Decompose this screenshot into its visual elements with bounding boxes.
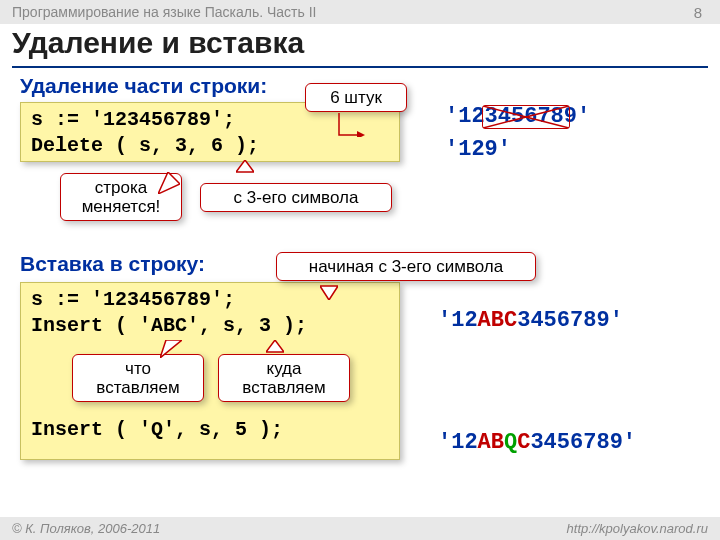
strike-box bbox=[482, 105, 570, 129]
code-line: Delete ( s, 3, 6 ); bbox=[31, 133, 389, 159]
svg-marker-4 bbox=[236, 160, 254, 172]
pointer-icon bbox=[266, 340, 284, 358]
svg-marker-6 bbox=[160, 340, 182, 358]
output-text: '12 bbox=[438, 308, 478, 333]
svg-marker-3 bbox=[158, 172, 180, 194]
callout-count: 6 штук bbox=[305, 83, 407, 112]
svg-marker-0 bbox=[357, 131, 365, 137]
pointer-icon bbox=[160, 340, 182, 358]
cross-icon bbox=[483, 106, 569, 128]
pointer-icon bbox=[236, 160, 254, 184]
code-line: Insert ( 'ABC', s, 3 ); bbox=[31, 313, 389, 339]
svg-marker-7 bbox=[266, 340, 284, 352]
callout-from-third: с 3-его символа bbox=[200, 183, 392, 212]
svg-marker-5 bbox=[320, 286, 338, 300]
section-heading-delete: Удаление части строки: bbox=[20, 74, 267, 98]
callout-start-from-third: начиная с 3-его символа bbox=[276, 252, 536, 281]
pointer-icon bbox=[320, 280, 338, 300]
output-insert1: '12ABC3456789' bbox=[438, 308, 623, 333]
slide-header: Программирование на языке Паскаль. Часть… bbox=[0, 0, 720, 24]
page-number: 8 bbox=[694, 4, 702, 21]
slide-footer: © К. Поляков, 2006-2011 http://kpolyakov… bbox=[0, 517, 720, 540]
slide-title: Удаление и вставка bbox=[12, 26, 304, 60]
output-text-red: AB bbox=[478, 430, 504, 455]
code-line: Insert ( 'Q', s, 5 ); bbox=[31, 417, 389, 443]
callout-what-insert: что вставляем bbox=[72, 354, 204, 402]
output-text: 3456789' bbox=[517, 308, 623, 333]
footer-url: http://kpolyakov.narod.ru bbox=[567, 521, 708, 536]
pointer-icon bbox=[158, 172, 180, 194]
callout-where-insert: куда вставляем bbox=[218, 354, 350, 402]
title-underline bbox=[12, 66, 708, 68]
pointer-icon bbox=[337, 111, 365, 137]
output-text-green: Q bbox=[504, 430, 517, 455]
output-after-delete: '129' bbox=[445, 137, 511, 162]
output-text: '12 bbox=[438, 430, 478, 455]
output-text: 3456789' bbox=[530, 430, 636, 455]
output-insert2: '12ABQC3456789' bbox=[438, 430, 636, 455]
copyright: © К. Поляков, 2006-2011 bbox=[12, 521, 160, 536]
output-text-red: ABC bbox=[478, 308, 518, 333]
section-heading-insert: Вставка в строку: bbox=[20, 252, 205, 276]
output-text-red: C bbox=[517, 430, 530, 455]
course-title: Программирование на языке Паскаль. Часть… bbox=[12, 4, 316, 20]
